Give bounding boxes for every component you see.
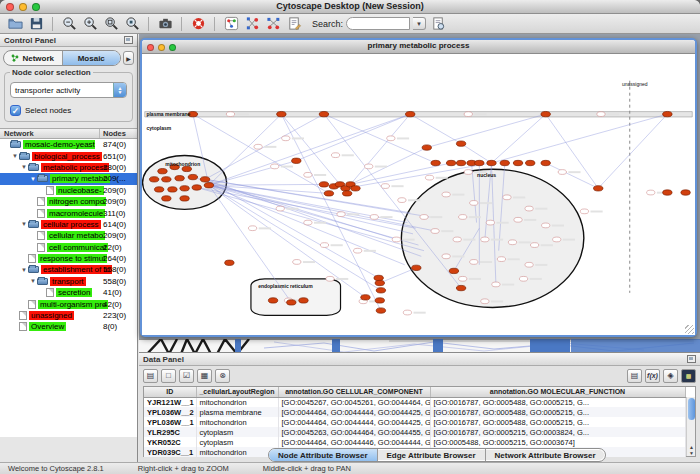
tab-network-attribute-browser[interactable]: Network Attribute Browser: [485, 449, 605, 461]
tree-row[interactable]: nucleobase-209(0): [0, 185, 137, 196]
layout-one-button[interactable]: [243, 15, 261, 32]
table-header-cell[interactable]: annotation.GO CELLULAR_COMPONENT: [278, 387, 430, 397]
tree-row[interactable]: ▼biological_process651(0): [0, 150, 137, 161]
tab-network[interactable]: Network: [4, 51, 62, 65]
tree-row[interactable]: Overview8(0): [0, 321, 137, 332]
tree-row[interactable]: ▼cellular process614(0): [0, 219, 137, 230]
search-options-button[interactable]: [429, 15, 447, 32]
delete-attribute-button[interactable]: ⊗: [215, 369, 230, 383]
tree-row[interactable]: cell communicat22(0): [0, 242, 137, 253]
table-cell[interactable]: [GO:0005488, GO:0005215, GO:0003674]: [430, 437, 685, 447]
table-row[interactable]: YPL036W__1mitochondrion[GO:0044464, GO:0…: [144, 417, 685, 427]
expand-triangle-icon[interactable]: ▼: [20, 267, 28, 273]
zoom-fit-button[interactable]: [102, 15, 120, 32]
network-window-title-bar[interactable]: primary metabolic process: [142, 40, 695, 54]
attribute-list-button[interactable]: ▤: [627, 369, 642, 383]
vizmapper-button[interactable]: [222, 15, 240, 32]
network-canvas[interactable]: plasma membranecytoplasmmitochondrionnuc…: [142, 54, 695, 335]
tab-mosaic[interactable]: Mosaic: [62, 51, 121, 65]
table-button[interactable]: ▤: [143, 369, 158, 383]
table-cell[interactable]: plasma membrane: [196, 407, 278, 417]
scrollbar-thumb[interactable]: [688, 398, 695, 420]
tree-row[interactable]: ▼primary metabo209(...: [0, 173, 137, 184]
open-session-button[interactable]: [6, 15, 24, 32]
expand-triangle-icon[interactable]: ▼: [29, 176, 37, 182]
new-attribute-button[interactable]: □: [161, 369, 176, 383]
table-header-cell[interactable]: ID: [144, 387, 196, 397]
table-cell[interactable]: mitochondrion: [196, 447, 278, 457]
tree-row[interactable]: ▼establishment of lo558(0): [0, 264, 137, 275]
table-cell[interactable]: [GO:0044464, GO:0044444, GO:0044425, G..…: [278, 407, 430, 417]
tree-row[interactable]: secretion41(0): [0, 287, 137, 298]
table-cell[interactable]: YLR295C: [144, 427, 196, 437]
tree-column-nodes[interactable]: Nodes: [100, 129, 137, 138]
select-attributes-button[interactable]: ☑: [179, 369, 194, 383]
table-cell[interactable]: YDR039C__1: [144, 447, 196, 457]
tree-row-count: 41(0): [103, 288, 122, 297]
tree-row[interactable]: cellular metabo209(0): [0, 230, 137, 241]
function-builder-button[interactable]: f(x): [645, 369, 660, 383]
table-cell[interactable]: mitochondrion: [196, 417, 278, 427]
node-color-dropdown[interactable]: transporter activity ▲▼: [10, 82, 127, 98]
tree-row[interactable]: multi-organism pro42(0): [0, 298, 137, 309]
table-cell[interactable]: cytoplasm: [196, 427, 278, 437]
table-cell[interactable]: YPL036W__1: [144, 417, 196, 427]
table-row[interactable]: YKR052Ccytoplasm[GO:0044464, GO:0044446,…: [144, 437, 685, 447]
resize-grip[interactable]: [685, 325, 694, 334]
tree-row[interactable]: ▼metabolic process280(0): [0, 162, 137, 173]
table-cell[interactable]: [GO:0045267, GO:0045261, GO:0044464, G..…: [278, 397, 430, 407]
tab-node-attribute-browser[interactable]: Node Attribute Browser: [269, 449, 377, 461]
table-row[interactable]: YJR121W__1mitochondrion[GO:0045267, GO:0…: [144, 397, 685, 407]
float-control-panel-icon[interactable]: [124, 36, 133, 44]
zoom-selected-button[interactable]: [123, 15, 141, 32]
tree-row[interactable]: unassigned223(0): [0, 310, 137, 321]
table-vertical-scrollbar[interactable]: ▲▼: [686, 397, 695, 456]
table-row[interactable]: YLR295Ccytoplasm[GO:0045263, GO:0044464,…: [144, 427, 685, 437]
tree-column-network[interactable]: Network: [0, 129, 100, 138]
expand-triangle-icon[interactable]: ▼: [20, 164, 28, 170]
table-header-cell[interactable]: annotation.GO MOLECULAR_FUNCTION: [430, 387, 685, 397]
tab-overflow-button[interactable]: ▶: [123, 51, 134, 65]
table-cell[interactable]: [GO:0016787, GO:0005488, GO:0005215, G..…: [430, 397, 685, 407]
table-cell[interactable]: [GO:0016787, GO:0005488, GO:0005215, G..…: [430, 407, 685, 417]
table-cell[interactable]: [GO:0044464, GO:0044444, GO:0044425, G..…: [278, 417, 430, 427]
annotation-button[interactable]: [285, 15, 303, 32]
snapshot-button[interactable]: [156, 15, 174, 32]
search-dropdown-button[interactable]: ▼: [413, 17, 426, 30]
table-cell[interactable]: cytoplasm: [196, 437, 278, 447]
save-session-button[interactable]: [27, 15, 45, 32]
tree-row[interactable]: macromolecule311(0): [0, 207, 137, 218]
zoom-in-button[interactable]: [81, 15, 99, 32]
help-button[interactable]: [189, 15, 207, 32]
layout-two-button[interactable]: [264, 15, 282, 32]
tree-row[interactable]: mosaic-demo-yeast874(0): [0, 139, 137, 150]
tree-row[interactable]: ▼transport558(0): [0, 276, 137, 287]
table-cell[interactable]: [GO:0016787, GO:0005215, GO:0003824, G..…: [430, 427, 685, 437]
float-data-panel-icon[interactable]: [687, 355, 696, 363]
network-view-window[interactable]: primary metabolic process plasma membran…: [140, 38, 697, 337]
table-row[interactable]: YPL036W__2plasma membrane[GO:0044464, GO…: [144, 407, 685, 417]
select-nodes-checkbox[interactable]: ✓: [10, 105, 21, 116]
tree-row[interactable]: nitrogen compo209(0): [0, 196, 137, 207]
table-cell[interactable]: mitochondrion: [196, 397, 278, 407]
unselected-node: [464, 170, 472, 175]
table-cell[interactable]: YJR121W__1: [144, 397, 196, 407]
tree-row[interactable]: response to stimul264(0): [0, 253, 137, 264]
table-cell[interactable]: [GO:0045263, GO:0044464, GO:0044455, G..…: [278, 427, 430, 437]
unselect-attributes-button[interactable]: ▦: [197, 369, 212, 383]
search-input[interactable]: [346, 17, 410, 30]
table-header-cell[interactable]: _cellularLayoutRegion: [196, 387, 278, 397]
table-cell[interactable]: [GO:0044464, GO:0044446, GO:0044444, G..…: [278, 437, 430, 447]
table-cell[interactable]: YKR052C: [144, 437, 196, 447]
import-attributes-button[interactable]: ◈: [663, 369, 678, 383]
expand-triangle-icon[interactable]: ▼: [29, 278, 37, 284]
table-cell[interactable]: [GO:0016787, GO:0005488, GO:0005215, G..…: [430, 417, 685, 427]
zoom-out-button[interactable]: [60, 15, 78, 32]
tab-edge-attribute-browser[interactable]: Edge Attribute Browser: [377, 449, 485, 461]
matrix-button[interactable]: ▩: [681, 369, 696, 383]
expand-triangle-icon[interactable]: ▼: [11, 153, 19, 159]
expand-triangle-icon[interactable]: ▼: [20, 221, 28, 227]
table-cell[interactable]: YPL036W__2: [144, 407, 196, 417]
unselected-node: [403, 310, 411, 315]
scrollbar-arrows[interactable]: ▲▼: [687, 444, 696, 456]
